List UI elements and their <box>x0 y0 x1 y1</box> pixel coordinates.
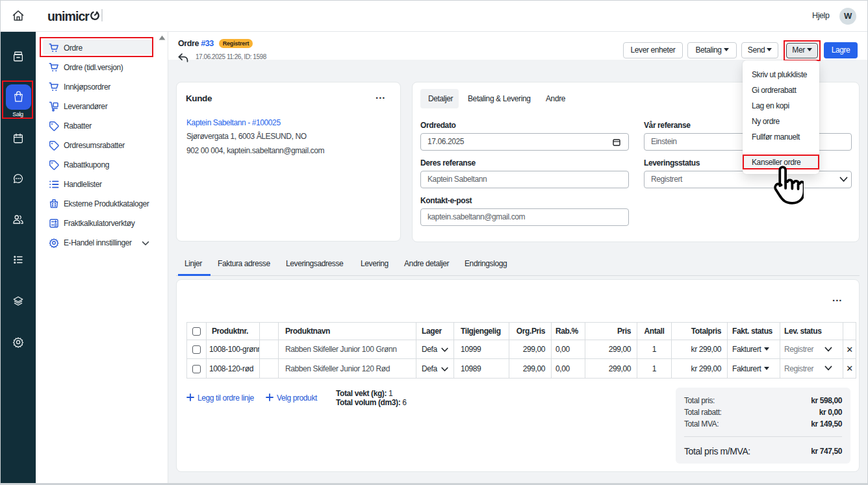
svg-text:unimicr: unimicr <box>47 8 90 23</box>
